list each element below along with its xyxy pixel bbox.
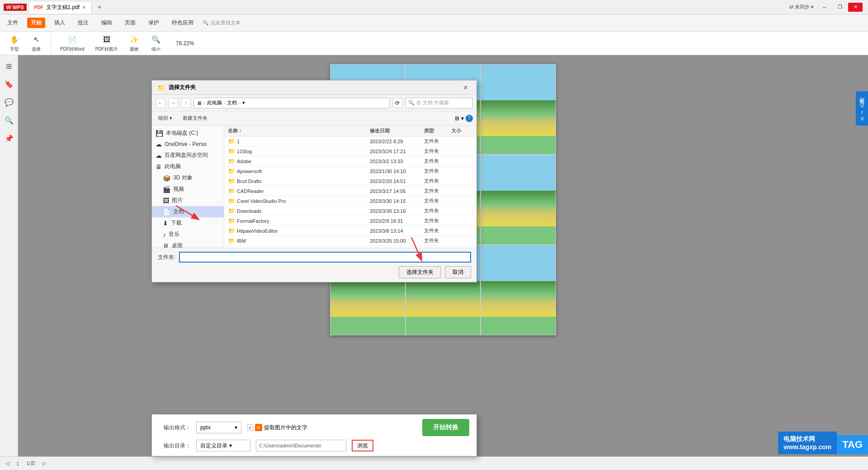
start-convert-button[interactable]: 开始转换 [422,419,469,436]
nav-item-pictures[interactable]: 🖼 图片 [152,195,224,206]
dialog-file-list[interactable]: 名称 ↑ 修改日期 类型 大小 📁 1 2023/2/22 8:29 文件夹 📁… [224,126,476,248]
nav-item-video[interactable]: 🎬 视频 [152,183,224,195]
format-label: 输出格式： [159,424,191,432]
ribbon-search[interactable]: 🔍 点此查找文本 [203,19,241,26]
document-tab[interactable]: PDF 文字文稿1.pdf ✕ [28,1,92,14]
nav-back-button[interactable]: ← [156,98,165,108]
hand-tool-label: 手型 [10,46,19,52]
restore-button[interactable]: ❐ [833,3,847,12]
file-row[interactable]: 📁 Downloads 2023/3/30 13:16 文件夹 [224,206,476,216]
file-date-cell: 2023/3/30 13:16 [368,208,422,214]
watermark-line2: www.tagxp.com [783,443,831,451]
search-placeholder: 在 文档 中搜索 [416,99,449,106]
ribbon-start[interactable]: 开始 [27,18,45,28]
minimize-button[interactable]: ─ [817,3,832,12]
pdf-to-image-button[interactable]: 🖼 PDF转图片 [92,33,122,54]
page-next-icon[interactable]: ▷ [42,461,46,466]
file-row[interactable]: 📁 HitpawVideoEditor 2023/3/8 13:14 文件夹 [224,226,476,236]
file-type-cell: 文件夹 [422,168,449,174]
view-button[interactable]: ⊞ ▾ ? [455,115,473,122]
dialog-close-button[interactable]: ✕ [460,82,471,93]
nav-item-label: 3D 对象 [173,174,193,182]
nav-item-baidu[interactable]: ☁ 百度网盘同步空间 [152,150,224,161]
help-icon[interactable]: ? [466,115,473,122]
select-folder-button[interactable]: 选择文件夹 [399,266,441,278]
file-row[interactable]: 📁 Inpor 2023/3/7 10:45 文件夹 [224,246,476,248]
close-button[interactable]: ✕ [848,3,863,12]
tab-close-button[interactable]: ✕ [82,5,86,10]
sidebar-annotation-icon[interactable]: 💬 [2,95,16,109]
pdf-to-word-button[interactable]: 📄 PDF转Word [57,33,88,54]
nav-item-music[interactable]: ♪ 音乐 [152,229,224,240]
baidu-icon: ☁ [156,152,162,159]
ribbon-edit[interactable]: 编辑 [98,18,116,28]
effects-icon: ✨ [129,34,140,45]
col-name-header[interactable]: 名称 ↑ [224,127,368,134]
effects-button[interactable]: ✨ 摄效 [125,33,143,54]
col-date-header[interactable]: 修改日期 [368,127,422,134]
nav-item-onedrive[interactable]: ☁ OneDrive - Perso [152,139,224,150]
nav-item-local-c[interactable]: 💾 本地磁盘 (C:) [152,127,224,139]
file-name-cell: 📁 115log [224,148,368,155]
organize-button[interactable]: 组织 ▾ [156,113,175,123]
ribbon-comment[interactable]: 批注 [74,18,92,28]
new-tab-button[interactable]: + [94,3,105,11]
dialog-folder-icon: 📁 [157,84,165,91]
ribbon-protect[interactable]: 保护 [145,18,163,28]
file-row[interactable]: 📁 CADReader 2023/3/17 14:05 文件夹 [224,186,476,196]
filename-input[interactable] [179,252,471,263]
file-row[interactable]: 📁 115log 2023/3/24 17:21 文件夹 [224,146,476,156]
new-folder-button[interactable]: 新建文件夹 [179,113,212,123]
hand-tool-button[interactable]: ✋ 手型 [5,33,24,54]
cancel-button[interactable]: 取消 [445,266,471,278]
select-tool-button[interactable]: ↖ 选择 [27,33,45,54]
file-row[interactable]: 📁 Corel VideoStudio Pro 2023/3/30 14:15 … [224,196,476,206]
sidebar-bookmark-icon[interactable]: 🔖 [2,77,16,91]
nav-item-documents[interactable]: 📄 文档 [152,206,224,217]
nav-item-this-pc[interactable]: 🖥 此电脑 [152,161,224,172]
browse-button[interactable]: 浏览 [352,440,373,451]
col-size-header[interactable]: 大小 [449,127,476,134]
dialog-actions: 选择文件夹 取消 [157,266,471,278]
file-date-cell: 2023/3/2 13:33 [368,159,422,164]
extract-checkbox[interactable]: ✓ [247,424,253,431]
sidebar-thumbnail-icon[interactable]: ⊞ [2,59,16,73]
file-row[interactable]: 📁 1 2023/2/22 8:29 文件夹 [224,136,476,146]
ribbon-page[interactable]: 页面 [121,18,139,28]
folder-icon: 📁 [228,158,235,164]
folder-icon: 📁 [228,227,235,234]
folder-icon: 📁 [228,207,235,214]
file-row[interactable]: 📁 Bcut Drafts 2023/2/20 14:51 文件夹 [224,176,476,186]
ribbon-special[interactable]: 特色应用 [168,18,197,28]
file-rows-container: 📁 1 2023/2/22 8:29 文件夹 📁 115log 2023/3/2… [224,136,476,248]
sync-status: ⇄ 未同步 ▾ [789,4,814,10]
col-type-header[interactable]: 类型 [422,127,449,134]
ribbon-file[interactable]: 文件 [4,18,22,28]
organize-arrow-icon: ▾ [170,115,172,121]
sidebar-search-icon[interactable]: 🔍 [2,113,16,127]
folder-icon: 📁 [228,188,235,194]
main-area: ⊞ 🔖 💬 🔍 📌 转为Word ◁ 1 1/页 ▷ [0,55,868,470]
format-select[interactable]: pptx ▾ [196,422,241,433]
file-row[interactable]: 📁 IBM 2023/3/25 15:00 文件夹 [224,236,476,246]
page-prev-icon[interactable]: ◁ [5,461,9,466]
nav-forward-button[interactable]: → [168,98,178,108]
sidebar-pin-icon[interactable]: 📌 [2,131,16,146]
breadcrumb-bar[interactable]: 🖥 › 此电脑 › 文档 › ▾ [193,98,390,108]
search-box[interactable]: 🔍 在 文档 中搜索 [405,98,473,108]
nav-item-3d-objects[interactable]: 📦 3D 对象 [152,172,224,183]
dir-option-select[interactable]: 自定义目录 ▾ [196,440,250,451]
refresh-button[interactable]: ⟳ [392,98,402,108]
nav-item-desktop[interactable]: 🖥 桌面 [152,240,224,248]
convert-word-button[interactable]: 转为Word [856,91,868,126]
nav-item-downloads[interactable]: ⬇ 下载 [152,217,224,229]
file-date-cell: 2023/2/9 16:31 [368,218,422,224]
zoom-button[interactable]: 🔍 缩小 [147,33,165,54]
file-row[interactable]: 📁 Apowersoft 2023/1/30 14:10 文件夹 [224,166,476,176]
file-row[interactable]: 📁 FormatFactory 2023/2/9 16:31 文件夹 [224,216,476,226]
nav-up-button[interactable]: ↑ [181,98,191,108]
file-row[interactable]: 📁 Adobe 2023/3/2 13:33 文件夹 [224,156,476,166]
hand-icon: ✋ [9,34,20,45]
ribbon-insert[interactable]: 插入 [51,18,69,28]
cursor-icon: ↖ [31,34,42,45]
